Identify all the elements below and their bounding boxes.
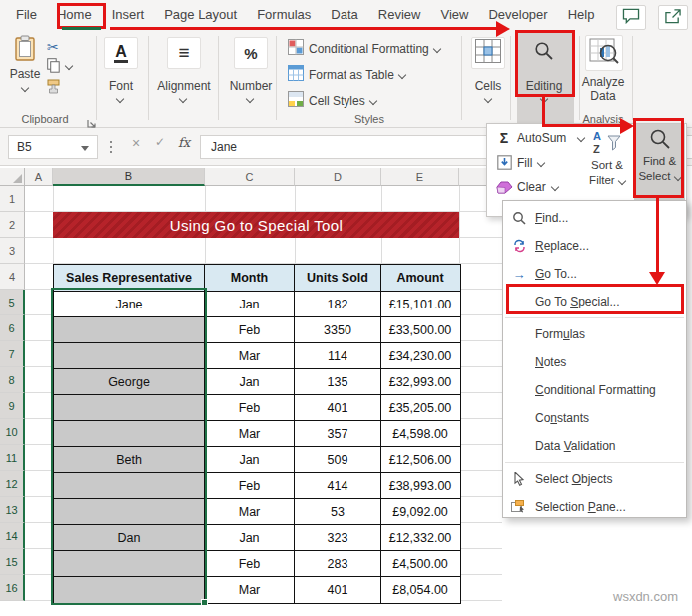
- active-cell[interactable]: Jane: [54, 292, 205, 316]
- tab-file[interactable]: File: [6, 0, 47, 30]
- cell[interactable]: [54, 577, 205, 603]
- menu-item-selection-pane[interactable]: Selection Pane...: [503, 493, 686, 521]
- sort-filter-button[interactable]: AZ Sort & Filter: [582, 128, 632, 188]
- table-header-month[interactable]: Month: [205, 265, 295, 291]
- find-select-button[interactable]: Find & Select: [634, 124, 685, 200]
- cell[interactable]: Mar: [205, 343, 295, 368]
- cell[interactable]: 509: [295, 447, 381, 472]
- format-as-table-button[interactable]: Format as Table: [288, 65, 405, 84]
- cell[interactable]: [54, 551, 205, 576]
- cell[interactable]: Jan: [205, 525, 295, 550]
- enter-icon[interactable]: ✓: [150, 135, 170, 149]
- cell[interactable]: £12,332.00: [381, 525, 459, 550]
- autosum-button[interactable]: Σ AutoSum: [495, 130, 584, 146]
- analyze-data-button[interactable]: [585, 35, 623, 71]
- format-painter-icon[interactable]: [47, 79, 61, 98]
- cell[interactable]: Mar: [205, 421, 295, 446]
- insert-function-icon[interactable]: fx: [174, 135, 194, 150]
- cell[interactable]: [54, 317, 205, 342]
- cell[interactable]: £12,506.00: [381, 447, 459, 472]
- cell[interactable]: Jan: [205, 369, 295, 394]
- table-header-units-sold[interactable]: Units Sold: [295, 265, 381, 291]
- table-header-amount[interactable]: Amount: [381, 265, 459, 291]
- column-header-b[interactable]: B: [53, 168, 205, 186]
- tab-home[interactable]: Home: [47, 0, 102, 30]
- copy-dropdown-icon[interactable]: [65, 62, 73, 70]
- number-button[interactable]: %: [234, 37, 268, 69]
- row-header-8[interactable]: 8: [0, 367, 25, 393]
- row-header-10[interactable]: 10: [0, 419, 25, 445]
- cell[interactable]: £15,101.00: [381, 292, 459, 316]
- row-header-15[interactable]: 15: [0, 549, 25, 575]
- row-header-12[interactable]: 12: [0, 471, 25, 497]
- font-dropdown-icon[interactable]: [116, 95, 124, 103]
- number-dropdown-icon[interactable]: [246, 95, 254, 103]
- cell[interactable]: 357: [295, 421, 381, 446]
- conditional-formatting-button[interactable]: Conditional Formatting: [288, 39, 440, 58]
- cell[interactable]: £38,993.00: [381, 473, 459, 498]
- cells-dropdown-icon[interactable]: [484, 95, 492, 103]
- cell[interactable]: Feb: [205, 551, 295, 576]
- cell[interactable]: 323: [295, 525, 381, 550]
- cell[interactable]: 182: [295, 292, 381, 316]
- row-header-11[interactable]: 11: [0, 445, 25, 471]
- clear-button[interactable]: Clear: [495, 180, 558, 194]
- cell[interactable]: 401: [295, 395, 381, 420]
- cell[interactable]: Beth: [54, 447, 205, 472]
- column-header-d[interactable]: D: [295, 168, 381, 186]
- cell[interactable]: [54, 473, 205, 498]
- row-header-1[interactable]: 1: [0, 186, 25, 212]
- cell[interactable]: £34,230.00: [381, 343, 459, 368]
- menu-item-select-objects[interactable]: Select Objects: [503, 465, 686, 493]
- comments-button[interactable]: [616, 5, 646, 30]
- name-box[interactable]: B5: [8, 135, 98, 159]
- row-header-7[interactable]: 7: [0, 341, 25, 367]
- row-header-14[interactable]: 14: [0, 523, 25, 549]
- cell[interactable]: George: [54, 369, 205, 394]
- cell[interactable]: Mar: [205, 577, 295, 603]
- tab-developer[interactable]: Developer: [478, 0, 557, 30]
- menu-item-constants[interactable]: Constants: [503, 404, 686, 432]
- menu-item-replace[interactable]: Replace...: [503, 232, 686, 260]
- cell[interactable]: Dan: [54, 525, 205, 550]
- cell[interactable]: 3350: [295, 317, 381, 342]
- menu-item-go-to-special[interactable]: Go To Special...: [503, 288, 686, 315]
- alignment-button[interactable]: ≡: [167, 37, 201, 69]
- select-all-corner[interactable]: [0, 168, 25, 186]
- row-header-13[interactable]: 13: [0, 497, 25, 523]
- row-header-6[interactable]: 6: [0, 315, 25, 341]
- menu-item-conditional-formatting[interactable]: Conditional Formatting: [503, 376, 686, 404]
- cell[interactable]: £4,500.00: [381, 551, 459, 576]
- cell[interactable]: Jan: [205, 447, 295, 472]
- cell[interactable]: 401: [295, 577, 381, 603]
- column-header-c[interactable]: C: [205, 168, 295, 186]
- name-box-dropdown-icon[interactable]: [81, 146, 89, 151]
- cell[interactable]: £35,205.00: [381, 395, 459, 420]
- column-header-e[interactable]: E: [381, 168, 459, 186]
- cell[interactable]: 414: [295, 473, 381, 498]
- cell[interactable]: [54, 343, 205, 368]
- cell[interactable]: £4,598.00: [381, 421, 459, 446]
- cancel-icon[interactable]: ×: [126, 135, 146, 151]
- cell[interactable]: [54, 421, 205, 446]
- tab-formulas[interactable]: Formulas: [247, 0, 321, 30]
- cell[interactable]: 53: [295, 499, 381, 524]
- row-header-3[interactable]: 3: [0, 238, 25, 264]
- menu-item-go-to[interactable]: →Go To...: [503, 260, 686, 288]
- menu-item-find[interactable]: Find...: [503, 204, 686, 232]
- cell[interactable]: 135: [295, 369, 381, 394]
- row-header-2[interactable]: 2: [0, 212, 25, 238]
- cell[interactable]: 114: [295, 343, 381, 368]
- row-header-5[interactable]: 5: [0, 290, 25, 315]
- tab-help[interactable]: Help: [558, 0, 605, 30]
- tab-page-layout[interactable]: Page Layout: [154, 0, 247, 30]
- cell[interactable]: Jan: [205, 292, 295, 316]
- cells-button[interactable]: [471, 37, 505, 69]
- share-button[interactable]: [658, 5, 688, 30]
- cell[interactable]: £9,092.00: [381, 499, 459, 524]
- alignment-dropdown-icon[interactable]: [179, 95, 187, 103]
- menu-item-data-validation[interactable]: Data Validation: [503, 432, 686, 460]
- menu-item-notes[interactable]: Notes: [503, 348, 686, 376]
- tab-insert[interactable]: Insert: [102, 0, 155, 30]
- cell[interactable]: Mar: [205, 499, 295, 524]
